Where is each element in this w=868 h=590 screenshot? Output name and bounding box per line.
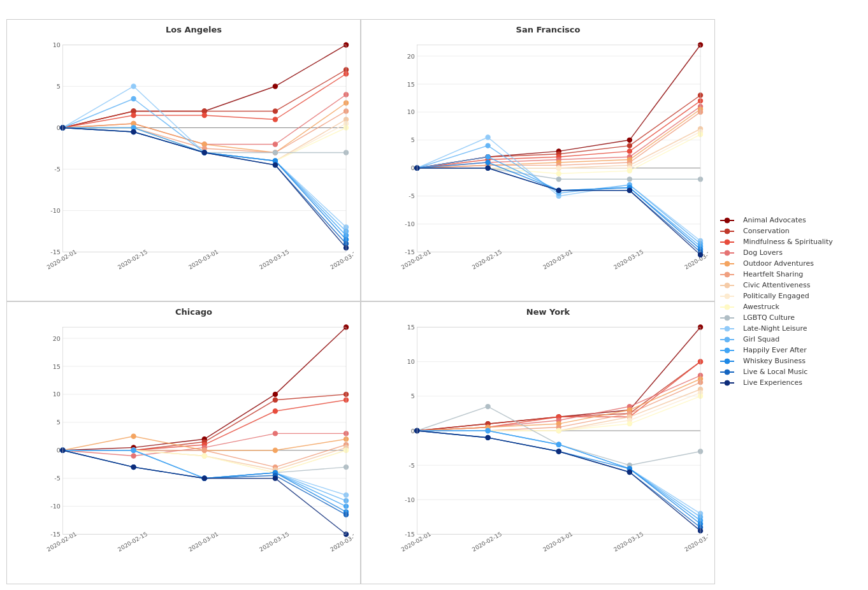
svg-line-282 (417, 146, 488, 168)
svg-line-292 (488, 157, 559, 191)
legend-label: Heartfelt Sharing (743, 270, 803, 278)
svg-point-383 (273, 431, 277, 436)
svg-text:5: 5 (411, 393, 415, 400)
svg-line-406 (275, 448, 346, 470)
legend-line-icon (720, 303, 739, 311)
svg-line-117 (134, 99, 205, 153)
svg-point-627 (556, 443, 561, 447)
svg-point-683 (725, 348, 730, 353)
legend-line-icon (720, 282, 739, 289)
svg-point-655 (627, 470, 632, 475)
svg-point-661 (725, 229, 730, 234)
chart-sf: -15-10-5051015202020-02-012020-02-152020… (388, 37, 708, 281)
svg-point-653 (486, 436, 490, 440)
svg-line-63 (134, 127, 205, 148)
svg-text:15: 15 (407, 324, 415, 331)
svg-text:2020-02-15: 2020-02-15 (471, 248, 503, 271)
svg-point-681 (725, 337, 730, 342)
svg-rect-327 (417, 45, 700, 252)
legend-line-icon (720, 314, 739, 322)
legend-item: Politically Engaged (720, 292, 857, 300)
svg-line-29 (275, 69, 346, 111)
svg-text:-5: -5 (409, 462, 415, 469)
svg-point-40 (131, 113, 136, 117)
legend-line-icon (720, 227, 739, 235)
svg-line-388 (275, 440, 346, 451)
svg-point-157 (131, 129, 136, 134)
svg-point-271 (627, 177, 632, 182)
legend-panel: Animal Advocates Conservation Mindfulnes… (715, 19, 862, 584)
svg-text:-15: -15 (405, 531, 415, 538)
svg-point-121 (131, 96, 136, 101)
svg-line-195 (630, 96, 700, 146)
svg-text:2020-03-15: 2020-03-15 (612, 248, 644, 271)
svg-point-490 (202, 477, 206, 481)
legend-label: Happily Ever After (743, 346, 807, 354)
chart-ch: -15-10-5051015202020-02-012020-02-152020… (34, 319, 354, 563)
svg-point-262 (627, 169, 632, 173)
svg-line-136 (205, 153, 275, 161)
legend-label: Girl Squad (743, 335, 779, 343)
legend-label: Conservation (743, 227, 790, 235)
svg-line-319 (488, 168, 559, 191)
legend-line-icon (720, 325, 739, 333)
svg-text:10: 10 (407, 108, 415, 115)
svg-text:2020-02-15: 2020-02-15 (117, 248, 148, 271)
svg-wrap-sf: -15-10-5051015202020-02-012020-02-152020… (388, 37, 708, 281)
svg-line-424 (275, 450, 346, 473)
svg-text:0: 0 (411, 164, 415, 171)
svg-line-351 (205, 394, 275, 439)
svg-line-478 (275, 476, 346, 515)
svg-text:10: 10 (53, 41, 61, 48)
svg-text:-15: -15 (50, 248, 61, 255)
main-container: Los Angeles -15-10-505102020-02-012020-0… (0, 0, 868, 590)
svg-point-41 (202, 113, 206, 117)
legend-label: Civic Attentiveness (743, 281, 810, 289)
svg-text:2020-03-01: 2020-03-01 (187, 531, 219, 553)
legend-line-icon (720, 249, 739, 257)
svg-line-38 (275, 74, 346, 120)
charts-grid: Los Angeles -15-10-505102020-02-012020-0… (6, 19, 715, 584)
legend-label: Late-Night Leisure (743, 324, 807, 333)
svg-line-212 (559, 157, 630, 159)
svg-line-597 (630, 452, 700, 466)
svg-text:-10: -10 (50, 503, 61, 510)
svg-line-549 (417, 428, 488, 431)
svg-line-20 (275, 45, 346, 86)
svg-line-154 (205, 153, 275, 166)
svg-text:5: 5 (57, 83, 61, 90)
svg-line-369 (205, 412, 275, 445)
svg-point-252 (556, 166, 561, 170)
svg-point-270 (556, 177, 561, 182)
title-ch: Chicago (34, 307, 354, 317)
svg-line-64 (205, 148, 275, 153)
svg-line-633 (630, 469, 700, 524)
svg-point-491 (273, 477, 277, 481)
svg-line-137 (275, 161, 346, 240)
svg-line-321 (630, 191, 700, 255)
title-sf: San Francisco (388, 25, 708, 34)
svg-line-55 (205, 144, 275, 152)
svg-point-671 (725, 283, 730, 288)
svg-point-390 (131, 435, 136, 439)
legend-line-icon (720, 238, 739, 246)
svg-line-221 (559, 160, 630, 162)
svg-line-622 (488, 431, 559, 445)
svg-point-685 (725, 359, 730, 364)
svg-text:2020-02-15: 2020-02-15 (471, 531, 503, 553)
svg-line-559 (488, 428, 559, 431)
legend-item: Outdoor Adventures (720, 259, 857, 268)
svg-line-213 (630, 106, 700, 157)
svg-line-126 (134, 127, 205, 152)
svg-point-190 (627, 138, 632, 142)
svg-line-370 (275, 400, 346, 412)
svg-line-433 (275, 468, 346, 473)
legend-item: Awestruck (720, 303, 857, 311)
svg-line-570 (630, 389, 700, 417)
svg-point-278 (486, 135, 490, 140)
svg-point-105 (273, 150, 277, 155)
panel-sf: San Francisco -15-10-5051015202020-02-01… (361, 19, 715, 301)
svg-text:2020-02-15: 2020-02-15 (117, 531, 148, 553)
svg-line-83 (275, 124, 346, 161)
svg-line-74 (275, 119, 346, 161)
